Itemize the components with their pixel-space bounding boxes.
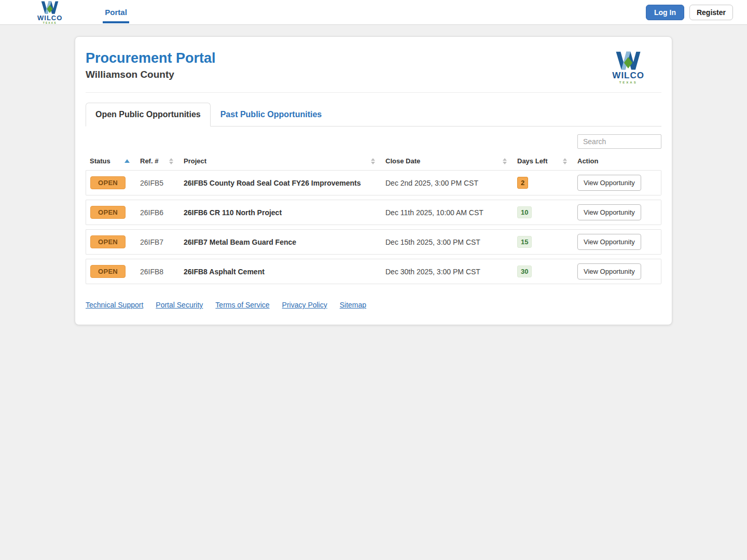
brand-subtext: TEXAS <box>43 22 57 24</box>
column-header-ref[interactable]: Ref. # <box>136 156 179 166</box>
title-block: Procurement Portal Williamson County <box>86 50 216 80</box>
days-left-badge: 10 <box>517 206 532 218</box>
table-row: OPEN 26IFB7 26IFB7 Metal Beam Guard Fenc… <box>86 229 661 255</box>
login-button[interactable]: Log In <box>646 5 684 20</box>
close-date-cell: Dec 11th 2025, 10:00 AM CST <box>381 200 513 225</box>
brand-name: WILCO <box>612 71 644 80</box>
days-left-badge: 2 <box>517 177 528 189</box>
table-row: OPEN 26IFB5 26IFB5 County Road Seal Coat… <box>86 170 661 195</box>
table-header-row: StatusRef. #ProjectClose DateDays LeftAc… <box>86 156 661 166</box>
column-header-days-left[interactable]: Days Left <box>513 156 573 166</box>
days-left-cell: 15 <box>513 229 573 255</box>
action-cell: View Opportunity <box>573 200 661 225</box>
close-date-cell: Dec 15th 2025, 3:00 PM CST <box>381 229 513 255</box>
close-date-cell: Dec 30th 2025, 3:00 PM CST <box>381 259 513 284</box>
table-row: OPEN 26IFB8 26IFB8 Asphalt Cement Dec 30… <box>86 259 661 284</box>
status-badge: OPEN <box>90 206 126 219</box>
brand-name: WILCO <box>37 15 62 21</box>
status-cell: OPEN <box>86 229 136 255</box>
project-cell: 26IFB6 CR 110 North Project <box>179 200 381 225</box>
wilco-logo-large: WILCO TEXAS <box>612 50 644 84</box>
column-label: Ref. # <box>140 157 158 165</box>
view-opportunity-button[interactable]: View Opportunity <box>577 204 641 220</box>
active-nav-indicator <box>103 21 129 23</box>
sort-icon <box>503 158 507 164</box>
nav-portal-label: Portal <box>105 8 127 17</box>
status-cell: OPEN <box>86 259 136 284</box>
column-label: Status <box>90 157 110 165</box>
status-badge: OPEN <box>90 176 126 189</box>
procurement-portal-card: Procurement Portal Williamson County WIL… <box>75 36 672 325</box>
topbar-spacer <box>129 0 646 24</box>
search-input[interactable] <box>577 134 661 149</box>
page-title: Procurement Portal <box>86 50 216 66</box>
topbar-actions: Log In Register <box>646 0 733 24</box>
brand-subtext: TEXAS <box>619 81 638 84</box>
days-left-cell: 10 <box>513 200 573 225</box>
sort-icon <box>563 158 567 164</box>
sort-icon <box>169 158 173 164</box>
days-left-cell: 30 <box>513 259 573 284</box>
column-label: Action <box>577 157 598 165</box>
footer-links: Technical SupportPortal SecurityTerms of… <box>75 288 672 323</box>
sort-ascending-icon <box>125 159 130 163</box>
footer-link-terms-of-service[interactable]: Terms of Service <box>215 301 269 309</box>
wilco-w-icon <box>613 51 644 70</box>
action-cell: View Opportunity <box>573 170 661 195</box>
tab-past-public-opportunities[interactable]: Past Public Opportunities <box>211 103 332 127</box>
wilco-w-icon <box>38 1 62 14</box>
column-header-action: Action <box>573 156 661 166</box>
table-wrap: StatusRef. #ProjectClose DateDays LeftAc… <box>75 152 672 288</box>
ref-cell: 26IFB8 <box>136 259 179 284</box>
table-body: OPEN 26IFB5 26IFB5 County Road Seal Coat… <box>86 170 661 284</box>
opportunities-table: StatusRef. #ProjectClose DateDays LeftAc… <box>86 152 661 288</box>
tabs-wrap: Open Public OpportunitiesPast Public Opp… <box>75 93 672 127</box>
status-cell: OPEN <box>86 200 136 225</box>
status-badge: OPEN <box>90 235 126 248</box>
view-opportunity-button[interactable]: View Opportunity <box>577 263 641 279</box>
column-header-close-date[interactable]: Close Date <box>381 156 513 166</box>
status-badge: OPEN <box>90 265 126 278</box>
card-header: Procurement Portal Williamson County WIL… <box>75 37 672 92</box>
table-row: OPEN 26IFB6 26IFB6 CR 110 North Project … <box>86 200 661 225</box>
column-label: Close Date <box>385 157 420 165</box>
tab-open-public-opportunities[interactable]: Open Public Opportunities <box>86 103 211 127</box>
column-header-status[interactable]: Status <box>86 156 136 166</box>
days-left-badge: 30 <box>517 265 532 277</box>
view-opportunity-button[interactable]: View Opportunity <box>577 234 641 250</box>
page-subtitle: Williamson County <box>86 69 216 80</box>
ref-cell: 26IFB7 <box>136 229 179 255</box>
column-header-project[interactable]: Project <box>179 156 381 166</box>
column-label: Days Left <box>517 157 548 165</box>
ref-cell: 26IFB5 <box>136 170 179 195</box>
close-date-cell: Dec 2nd 2025, 3:00 PM CST <box>381 170 513 195</box>
project-cell: 26IFB7 Metal Beam Guard Fence <box>179 229 381 255</box>
wilco-logo[interactable]: WILCO TEXAS <box>37 0 62 24</box>
project-cell: 26IFB5 County Road Seal Coat FY26 Improv… <box>179 170 381 195</box>
register-button[interactable]: Register <box>689 5 733 20</box>
action-cell: View Opportunity <box>573 259 661 284</box>
footer-link-sitemap[interactable]: Sitemap <box>340 301 366 309</box>
status-cell: OPEN <box>86 170 136 195</box>
sort-icon <box>371 158 375 164</box>
column-label: Project <box>184 157 206 165</box>
ref-cell: 26IFB6 <box>136 200 179 225</box>
tabs: Open Public OpportunitiesPast Public Opp… <box>86 103 661 127</box>
days-left-cell: 2 <box>513 170 573 195</box>
view-opportunity-button[interactable]: View Opportunity <box>577 175 641 191</box>
footer-link-technical-support[interactable]: Technical Support <box>86 301 143 309</box>
days-left-badge: 15 <box>517 236 532 248</box>
top-navigation-bar: WILCO TEXAS Portal Log In Register <box>0 0 747 25</box>
action-cell: View Opportunity <box>573 229 661 255</box>
footer-link-privacy-policy[interactable]: Privacy Policy <box>282 301 327 309</box>
project-cell: 26IFB8 Asphalt Cement <box>179 259 381 284</box>
nav-tab-portal[interactable]: Portal <box>103 0 129 24</box>
table-toolbar <box>75 127 672 152</box>
footer-link-portal-security[interactable]: Portal Security <box>156 301 203 309</box>
